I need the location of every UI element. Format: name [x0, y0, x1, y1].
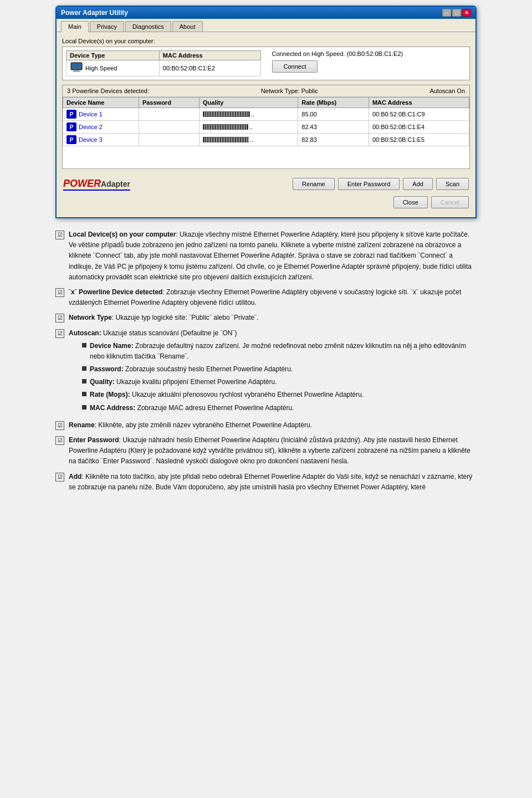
cancel-button[interactable]: Cancel — [431, 196, 469, 208]
tab-about[interactable]: About — [172, 21, 203, 32]
powerline-device-row[interactable]: PDevice 1..85.0000:B0:52:0B:C1:C9 — [63, 108, 469, 121]
autoscan-label: Autoscan On — [429, 88, 465, 94]
close-window-button[interactable]: ✕ — [462, 9, 471, 17]
minimize-button[interactable]: ─ — [442, 9, 451, 17]
doc-local-device-text: Local Device(s) on your computer: Ukazuj… — [69, 229, 477, 283]
doc-rename: ☑ Rename: Klikněte, aby jste změnili náz… — [55, 420, 477, 431]
device-mac-cell: 00:B0:52:0B:C1:C9 — [369, 108, 469, 121]
close-button[interactable]: Close — [393, 196, 428, 208]
quality-bar — [203, 124, 248, 130]
col-quality: Quality — [200, 98, 298, 108]
checkbox-icon-3: ☑ — [55, 314, 64, 323]
device-password-cell — [139, 134, 199, 146]
logo-area: POWERAdapter — [63, 177, 130, 191]
title-bar-buttons: ─ □ ✕ — [442, 9, 471, 17]
local-device-table: Device Type MAC Address — [66, 50, 261, 76]
bullet-sq-4 — [82, 392, 86, 396]
bullet-list: Device Name: Zobrazuje defaultný nazov z… — [82, 341, 477, 413]
local-device-type: High Speed — [85, 65, 117, 71]
quality-bar — [203, 111, 250, 117]
network-type-label: Network Type: Public — [261, 88, 318, 94]
doc-network-rest: : Ukazuje typ logické síte: ¨Public¨ ale… — [112, 314, 259, 321]
checkbox-icon-7: ☑ — [55, 473, 64, 482]
device-mac-cell: 00:B0:52:0B:C1:E4 — [369, 121, 469, 134]
powerline-devices-table: Device Name Password Quality Rate (Mbps)… — [63, 97, 469, 146]
local-device-type-cell: High Speed — [66, 60, 160, 76]
quality-bar — [203, 137, 249, 142]
bullet-password-text: Password: Zobrazuje součastný heslo Ethe… — [90, 364, 293, 375]
doc-powerline-text: ¨x¨ Powerline Device detected: Zobrazuje… — [69, 287, 477, 308]
quality-dots: .. — [249, 124, 253, 130]
device-password-cell — [139, 108, 199, 121]
device-name-cell: PDevice 3 — [63, 134, 139, 146]
logo-power: POWER — [63, 178, 101, 189]
doc-rename-rest: : Klikněte, aby jste změnili název vybra… — [95, 421, 312, 429]
rename-button[interactable]: Rename — [293, 178, 335, 190]
powerline-device-row[interactable]: PDevice 3..82.8300:B0:52:0B:C1:E5 — [63, 134, 469, 146]
device-name: Device 3 — [79, 136, 103, 143]
bullet-device-name-text: Device Name: Zobrazuje defaultný nazov z… — [90, 341, 477, 362]
bullet-device-name: Device Name: Zobrazuje defaultný nazov z… — [82, 341, 477, 362]
device-name-cell: PDevice 1 — [63, 108, 139, 121]
add-button[interactable]: Add — [403, 178, 433, 190]
doc-add-rest: : Klikněte na toto tlačítko, aby jste př… — [69, 473, 472, 491]
p-icon: P — [66, 110, 76, 119]
local-device-row: High Speed 00:B0:52:0B:C1:E2 — [66, 60, 261, 76]
scan-button[interactable]: Scan — [436, 178, 469, 190]
doc-powerline-detected: ☑ ¨x¨ Powerline Device detected: Zobrazu… — [55, 287, 477, 308]
bullet-sq-3 — [82, 379, 86, 383]
powerline-header: 3 Powerline Devices detected: Network Ty… — [63, 85, 469, 97]
doc-enter-password-bold: Enter Password — [69, 436, 119, 444]
device-password-cell — [139, 121, 199, 134]
logo-adapter: Adapter — [101, 180, 130, 188]
tab-bar: Main Privacy Diagnostics About — [57, 19, 475, 32]
bullet-rate-text: Rate (Mops): Ukazuje aktuální přenosovou… — [90, 390, 364, 400]
bullet-quality-text: Quality: Ukazuje kvalitu připojení Ether… — [90, 377, 277, 387]
bullet-sq-2 — [82, 366, 86, 371]
p-icon: P — [66, 122, 76, 131]
bullet-mac-text: MAC Address: Zobrazuje MAC adresu Ethern… — [90, 403, 294, 413]
local-device-panel: Device Type MAC Address — [62, 47, 470, 80]
device-mac-cell: 00:B0:52:0B:C1:E5 — [369, 134, 469, 146]
tab-privacy[interactable]: Privacy — [90, 21, 124, 32]
device-name-cell: PDevice 2 — [63, 121, 139, 134]
powerline-device-row[interactable]: PDevice 2..82.4300:B0:52:0B:C1:E4 — [63, 121, 469, 134]
bullet-mac: MAC Address: Zobrazuje MAC adresu Ethern… — [82, 403, 477, 413]
enter-password-button[interactable]: Enter Password — [338, 178, 400, 190]
connection-info: Connected on High Speed. (00:B0:52:0B:C1… — [267, 50, 467, 73]
doc-rename-text: Rename: Klikněte, aby jste změnili název… — [69, 420, 477, 431]
doc-autoscan-rest: Ukazuje status scanování (Defaultne je ¨… — [101, 329, 237, 337]
local-col-device-type: Device Type — [66, 51, 160, 60]
documentation: ☑ Local Device(s) on your computer: Ukaz… — [55, 229, 477, 493]
checkbox-icon-2: ☑ — [55, 288, 64, 297]
doc-rename-bold: Rename — [69, 421, 95, 429]
device-quality-cell: .. — [200, 108, 298, 121]
maximize-button[interactable]: □ — [452, 9, 461, 17]
device-rate-cell: 82.43 — [298, 121, 369, 134]
local-col-mac: MAC Address — [159, 51, 260, 60]
doc-enter-password-text: Enter Password: Ukazuje náhradní heslo E… — [69, 435, 477, 467]
doc-network-type: ☑ Network Type: Ukazuje typ logické síte… — [55, 313, 477, 323]
tab-diagnostics[interactable]: Diagnostics — [125, 21, 171, 32]
connect-button[interactable]: Connect — [272, 60, 318, 73]
table-empty-space — [63, 146, 469, 168]
checkbox-icon-4: ☑ — [55, 329, 64, 338]
col-rate: Rate (Mbps) — [298, 98, 369, 108]
quality-dots: .. — [251, 111, 254, 117]
main-window: Power Adapter Utility ─ □ ✕ Main Privacy… — [55, 6, 477, 218]
svg-rect-1 — [74, 70, 79, 71]
doc-network-bold: Network Type — [69, 314, 112, 321]
svg-rect-2 — [73, 71, 80, 72]
bullet-sq-1 — [82, 343, 86, 347]
checkbox-icon-5: ☑ — [55, 421, 64, 430]
p-icon: P — [66, 135, 76, 144]
quality-dots: .. — [250, 136, 253, 143]
doc-powerline-bold: ¨x¨ Powerline Device detected — [69, 288, 162, 296]
local-device-mac: 00:B0:52:0B:C1:E2 — [159, 60, 260, 76]
doc-enter-password-rest: : Ukazuje náhradní heslo Ethernet Powerl… — [69, 436, 470, 465]
tab-main[interactable]: Main — [61, 21, 89, 32]
col-mac: MAC Address — [369, 98, 469, 108]
detected-count-label: 3 Powerline Devices detected: — [67, 88, 149, 94]
bullet-password: Password: Zobrazuje součastný heslo Ethe… — [82, 364, 477, 375]
title-bar: Power Adapter Utility ─ □ ✕ — [57, 7, 475, 19]
